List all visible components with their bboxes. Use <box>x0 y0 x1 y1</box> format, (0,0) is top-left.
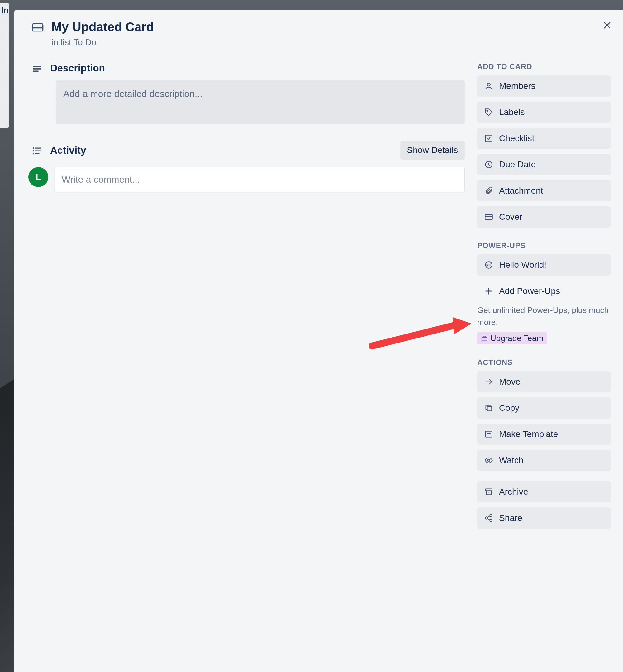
make-template-button[interactable]: Make Template <box>477 424 611 445</box>
arrow-right-icon <box>484 377 494 387</box>
svg-rect-11 <box>35 150 41 151</box>
attachment-label: Attachment <box>499 186 543 196</box>
actions-divider <box>477 476 611 476</box>
archive-icon <box>484 487 494 497</box>
due-date-button[interactable]: Due Date <box>477 154 611 175</box>
copy-button[interactable]: Copy <box>477 397 611 419</box>
watch-button[interactable]: Watch <box>477 450 611 471</box>
card-header: My Updated Card in list To Do <box>28 19 611 47</box>
main-column: Description Add a more detailed descript… <box>28 62 465 534</box>
background-list-fragment: In <box>0 3 9 128</box>
add-to-card-heading: ADD TO CARD <box>477 62 611 71</box>
close-icon <box>602 21 612 30</box>
svg-rect-15 <box>486 135 492 142</box>
svg-point-7 <box>33 147 34 149</box>
card-modal: My Updated Card in list To Do Descriptio… <box>14 10 623 672</box>
show-details-button[interactable]: Show Details <box>400 141 465 160</box>
comment-row: L <box>28 167 465 192</box>
svg-rect-23 <box>482 337 487 341</box>
svg-rect-4 <box>33 66 41 67</box>
checklist-label: Checklist <box>499 133 535 143</box>
checklist-button[interactable]: Checklist <box>477 128 611 149</box>
power-ups-section: POWER-UPS PU Hello World! Add Power-Ups … <box>477 241 611 344</box>
members-label: Members <box>499 81 535 91</box>
svg-rect-29 <box>486 489 492 491</box>
plus-icon <box>484 286 494 296</box>
svg-point-13 <box>487 83 490 86</box>
make-template-label: Make Template <box>499 429 558 439</box>
svg-point-8 <box>33 150 34 152</box>
sidebar: ADD TO CARD Members Labels Checklist Due… <box>477 62 611 534</box>
labels-label: Labels <box>499 107 525 117</box>
share-label: Share <box>499 513 523 523</box>
svg-point-28 <box>488 459 490 461</box>
card-list-location: in list To Do <box>51 37 154 47</box>
close-button[interactable] <box>599 18 615 33</box>
members-button[interactable]: Members <box>477 76 611 96</box>
svg-point-32 <box>486 517 488 519</box>
attachment-button[interactable]: Attachment <box>477 180 611 201</box>
description-section-header: Description <box>28 62 465 75</box>
hello-world-label: Hello World! <box>499 260 546 270</box>
svg-rect-10 <box>35 148 41 149</box>
avatar[interactable]: L <box>28 167 48 187</box>
svg-point-31 <box>490 514 492 516</box>
checklist-icon <box>484 134 494 143</box>
svg-point-14 <box>487 110 488 112</box>
add-to-card-section: ADD TO CARD Members Labels Checklist Due… <box>477 62 611 227</box>
svg-rect-26 <box>486 431 492 437</box>
labels-icon <box>484 108 494 117</box>
share-icon <box>484 513 494 523</box>
activity-section-header: Activity Show Details <box>28 141 465 160</box>
svg-rect-6 <box>33 71 39 72</box>
description-icon <box>31 63 43 75</box>
clock-icon <box>484 160 494 169</box>
hello-world-powerup-button[interactable]: PU Hello World! <box>477 254 611 276</box>
share-button[interactable]: Share <box>477 507 611 529</box>
archive-label: Archive <box>499 487 528 497</box>
cover-label: Cover <box>499 212 523 222</box>
attachment-icon <box>484 186 494 195</box>
svg-line-34 <box>487 516 490 518</box>
card-title[interactable]: My Updated Card <box>51 19 154 34</box>
svg-line-35 <box>487 519 490 520</box>
svg-text:PU: PU <box>486 263 491 267</box>
cover-icon <box>484 212 494 222</box>
description-heading: Description <box>50 62 465 74</box>
move-label: Move <box>499 377 520 387</box>
briefcase-icon <box>481 335 488 342</box>
activity-icon <box>31 145 43 157</box>
description-input[interactable]: Add a more detailed description... <box>56 80 465 124</box>
eye-icon <box>484 456 494 465</box>
svg-rect-27 <box>487 432 491 434</box>
in-list-prefix: in list <box>51 37 73 47</box>
actions-heading: ACTIONS <box>477 358 611 367</box>
labels-button[interactable]: Labels <box>477 102 611 123</box>
comment-input[interactable] <box>55 167 465 192</box>
card-icon <box>31 21 44 34</box>
power-ups-hint: Get unlimited Power-Ups, plus much more. <box>477 304 611 329</box>
move-button[interactable]: Move <box>477 371 611 392</box>
template-icon <box>484 429 494 439</box>
watch-label: Watch <box>499 455 523 465</box>
members-icon <box>484 81 494 91</box>
actions-section: ACTIONS Move Copy Make Template Watch <box>477 358 611 529</box>
copy-label: Copy <box>499 403 519 413</box>
upgrade-team-button[interactable]: Upgrade Team <box>477 332 547 344</box>
powerup-icon: PU <box>484 260 494 270</box>
svg-point-9 <box>33 153 34 155</box>
archive-button[interactable]: Archive <box>477 481 611 502</box>
due-date-label: Due Date <box>499 160 536 170</box>
svg-rect-5 <box>33 68 41 69</box>
svg-rect-25 <box>487 407 492 411</box>
list-link[interactable]: To Do <box>73 37 96 47</box>
add-power-ups-label: Add Power-Ups <box>499 286 560 296</box>
activity-heading: Activity <box>50 145 393 156</box>
upgrade-team-label: Upgrade Team <box>490 334 543 343</box>
svg-point-33 <box>490 520 492 522</box>
add-power-ups-button[interactable]: Add Power-Ups <box>477 281 611 302</box>
svg-rect-12 <box>35 153 39 154</box>
cover-button[interactable]: Cover <box>477 206 611 227</box>
power-ups-heading: POWER-UPS <box>477 241 611 250</box>
copy-icon <box>484 403 494 413</box>
